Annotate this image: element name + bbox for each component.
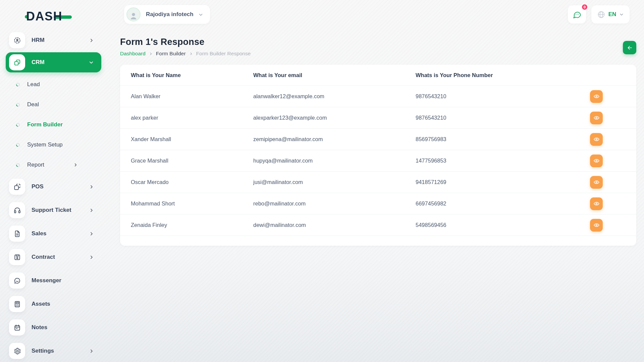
cell-email: jusi@mailinator.com [253,179,416,185]
calculator-icon [9,296,25,312]
sidebar-item-label: POS [32,183,44,190]
cell-phone: 9418571269 [416,179,590,185]
bullet-icon [15,162,20,167]
sidebar-item-support-ticket[interactable]: Support Ticket [0,198,104,222]
sidebar-item-settings[interactable]: Settings [0,339,104,362]
page-header-titles: Form 1's Response Dashboard Form Builder… [120,37,251,57]
language-selector[interactable]: EN [591,5,630,23]
view-response-button[interactable] [590,90,603,103]
company-selector[interactable]: Rajodiya infotech [124,5,210,24]
app-root: DASH HRM CRM [0,0,644,362]
messages-button[interactable]: 0 [568,5,586,23]
view-response-button[interactable] [590,197,603,210]
view-response-button[interactable] [590,176,603,189]
sidebar-item-assets[interactable]: Assets [0,292,104,316]
eye-icon [593,136,600,142]
sidebar-subitem-label: Form Builder [27,121,63,128]
back-button[interactable] [623,41,636,54]
column-header-phone: Whats is Your Phone Number [416,72,590,78]
chevron-right-icon [89,38,94,43]
document-icon [9,226,25,242]
headset-icon [9,202,25,218]
view-response-button[interactable] [590,219,603,232]
main-area: Rajodiya infotech 0 EN [104,0,644,362]
sidebar-subitem-report[interactable]: Report [0,155,104,175]
sidebar-subitem-lead[interactable]: Lead [0,74,104,95]
cell-name: Alan Walker [131,93,253,100]
sidebar-item-messenger[interactable]: Messenger [0,269,104,292]
topbar: Rajodiya infotech 0 EN [120,0,636,29]
brand-logo[interactable]: DASH [26,9,83,24]
cell-phone: 5498569456 [416,222,590,228]
chevron-right-icon [89,208,94,213]
table-header-row: What is Your Name What is Your email Wha… [120,65,636,85]
sidebar-item-crm[interactable]: CRM [6,52,101,72]
breadcrumb-current: Form Builder Response [196,51,251,57]
company-name: Rajodiya infotech [146,11,194,18]
chevron-right-icon [89,255,94,260]
cell-email: hupyqa@mailinator.com [253,158,416,164]
cell-email: alexparker123@example.com [253,115,416,121]
chevron-down-icon [619,12,624,17]
cell-name: alex parker [131,115,253,121]
view-response-button[interactable] [590,133,603,146]
eye-icon [593,115,600,121]
language-label: EN [608,11,616,18]
breadcrumb-link-dashboard[interactable]: Dashboard [120,51,146,57]
sidebar-nav: HRM CRM Lead Deal [0,24,104,362]
sidebar-item-label: HRM [32,37,45,44]
cell-phone: 9876543210 [416,93,590,100]
page-header: Form 1's Response Dashboard Form Builder… [120,37,636,57]
pos-icon [9,179,25,195]
bullet-icon [15,82,20,87]
bullet-icon [15,102,20,107]
bullet-icon [15,122,20,127]
chevron-down-icon [89,60,94,65]
sidebar-item-sales[interactable]: Sales [0,222,104,245]
column-header-name: What is Your Name [131,72,253,78]
table-row: alex parker alexparker123@example.com 98… [120,107,636,128]
topbar-right: 0 EN [568,5,636,23]
globe-icon [597,10,605,19]
sidebar-subitem-form-builder[interactable]: Form Builder [0,115,104,135]
sidebar-item-notes[interactable]: Notes [0,316,104,339]
page-title: Form 1's Response [120,37,251,47]
sidebar-item-contract[interactable]: Contract [0,245,104,269]
cell-name: Oscar Mercado [131,179,253,185]
sidebar-subitem-system-setup[interactable]: System Setup [0,135,104,155]
eye-icon [593,222,600,228]
cell-email: dewi@mailinator.com [253,222,416,228]
cell-email: zemipipena@mailinator.com [253,136,416,142]
view-response-button[interactable] [590,155,603,167]
cell-name: Mohammad Short [131,200,253,207]
sidebar-item-label: Support Ticket [32,207,71,214]
sidebar-item-hrm[interactable]: HRM [0,29,104,51]
sidebar-item-label: Notes [32,324,47,331]
cell-phone: 9876543210 [416,115,590,121]
sidebar-subitem-deal[interactable]: Deal [0,95,104,115]
cell-phone: 6697456982 [416,200,590,207]
cell-name: Zenaida Finley [131,222,253,228]
chevron-right-icon [89,184,94,189]
sidebar-subitem-label: System Setup [27,141,63,148]
eye-icon [593,158,600,164]
responses-table: What is Your Name What is Your email Wha… [120,65,636,246]
arrow-left-icon [627,45,633,51]
eye-icon [593,179,600,185]
bullet-icon [15,142,20,147]
sidebar-item-label: Settings [32,348,54,354]
table-row: Xander Marshall zemipipena@mailinator.co… [120,128,636,150]
breadcrumb-link-form-builder[interactable]: Form Builder [156,51,186,57]
sidebar-subitem-label: Report [27,162,44,168]
sidebar-item-pos[interactable]: POS [0,175,104,198]
cell-phone: 8569756983 [416,136,590,142]
column-header-email: What is Your email [253,72,416,78]
chevron-right-icon [89,349,94,354]
table-row: Alan Walker alanwalker12@example.com 987… [120,85,636,107]
cell-email: alanwalker12@example.com [253,93,416,100]
chevron-right-icon [149,52,153,56]
crm-icon [9,54,25,70]
sidebar-item-label: Sales [32,230,46,237]
chat-messages-icon [573,10,582,19]
view-response-button[interactable] [590,112,603,124]
